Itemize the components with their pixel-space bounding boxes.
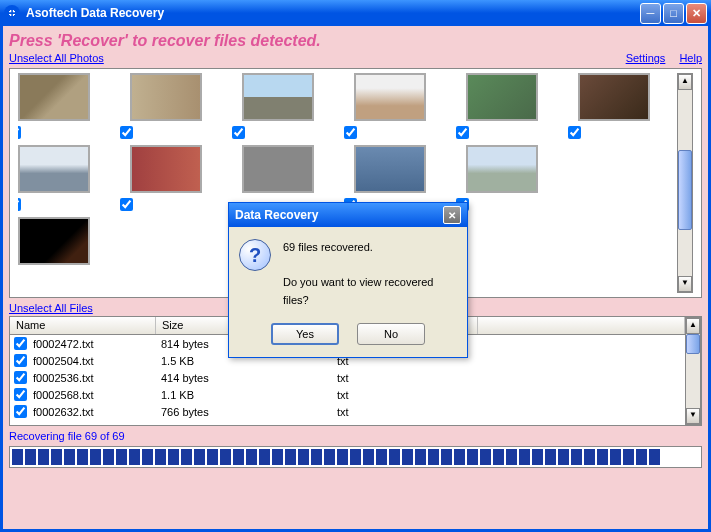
file-ext: txt [335,406,481,418]
file-checkbox[interactable] [14,337,27,350]
progress-segment [454,449,465,465]
progress-segment [168,449,179,465]
photo-item[interactable] [242,145,314,193]
scroll-thumb[interactable] [686,334,700,354]
photo-item[interactable] [466,73,538,121]
photo-scrollbar[interactable]: ▲ ▼ [677,73,693,293]
file-name: f0002472.txt [31,338,159,350]
dialog-close-button[interactable]: ✕ [443,206,461,224]
table-row[interactable]: f0002568.txt 1.1 KB txt [10,386,685,403]
scroll-down-icon[interactable]: ▼ [686,408,700,424]
file-checkbox[interactable] [14,405,27,418]
progress-segment [12,449,23,465]
progress-segment [402,449,413,465]
titlebar: + Asoftech Data Recovery ─ □ ✕ [0,0,711,26]
progress-segment [181,449,192,465]
file-name: f0002536.txt [31,372,159,384]
progress-segment [532,449,543,465]
progress-segment [77,449,88,465]
file-name: f0002568.txt [31,389,159,401]
file-checkbox[interactable] [14,354,27,367]
instruction-text: Press 'Recover' to recover files detecte… [9,32,702,50]
progress-segment [376,449,387,465]
progress-segment [38,449,49,465]
progress-segment [415,449,426,465]
progress-segment [259,449,270,465]
progress-segment [545,449,556,465]
photo-checkbox[interactable] [456,126,469,139]
progress-segment [324,449,335,465]
photo-checkbox[interactable] [18,126,21,139]
table-row[interactable]: f0002536.txt 414 bytes txt [10,369,685,386]
photo-checkbox[interactable] [232,126,245,139]
close-button[interactable]: ✕ [686,3,707,24]
yes-button[interactable]: Yes [271,323,339,345]
file-name: f0002504.txt [31,355,159,367]
progress-segment [610,449,621,465]
file-checkbox[interactable] [14,388,27,401]
scroll-up-icon[interactable]: ▲ [686,318,700,334]
progress-segment [220,449,231,465]
file-ext: txt [335,389,481,401]
progress-segment [64,449,75,465]
progress-segment [623,449,634,465]
photo-item[interactable] [466,145,538,193]
photo-item[interactable] [18,73,90,121]
minimize-button[interactable]: ─ [640,3,661,24]
progress-segment [519,449,530,465]
photo-item[interactable] [18,145,90,193]
progress-segment [389,449,400,465]
col-header-name[interactable]: Name [10,317,156,334]
photo-item[interactable] [130,73,202,121]
progress-segment [51,449,62,465]
photo-item[interactable] [578,73,650,121]
progress-segment [636,449,647,465]
progress-segment [311,449,322,465]
photo-item[interactable] [242,73,314,121]
progress-segment [363,449,374,465]
progress-segment [350,449,361,465]
dialog-message: 69 files recovered. Do you want to view … [283,239,457,309]
file-size: 766 bytes [159,406,335,418]
photo-item[interactable] [354,145,426,193]
file-size: 1.1 KB [159,389,335,401]
unselect-files-link[interactable]: Unselect All Files [9,302,93,314]
progress-segment [233,449,244,465]
scroll-up-icon[interactable]: ▲ [678,74,692,90]
photo-checkbox[interactable] [568,126,581,139]
progress-segment [129,449,140,465]
maximize-button[interactable]: □ [663,3,684,24]
file-scrollbar[interactable]: ▲ ▼ [685,317,701,425]
settings-link[interactable]: Settings [626,52,666,64]
progress-segment [506,449,517,465]
progress-segment [441,449,452,465]
photo-checkbox[interactable] [18,198,21,211]
window-title: Asoftech Data Recovery [26,6,638,20]
progress-segment [25,449,36,465]
table-row[interactable]: f0002632.txt 766 bytes txt [10,403,685,420]
file-checkbox[interactable] [14,371,27,384]
progress-segment [467,449,478,465]
photo-item[interactable] [18,217,90,265]
photo-checkbox[interactable] [120,126,133,139]
dialog-line2: Do you want to view recovered files? [283,274,457,309]
no-button[interactable]: No [357,323,425,345]
main-frame: Press 'Recover' to recover files detecte… [0,26,711,532]
progress-segment [558,449,569,465]
scroll-down-icon[interactable]: ▼ [678,276,692,292]
progress-bar [9,446,702,468]
photo-checkbox[interactable] [120,198,133,211]
dialog-titlebar[interactable]: Data Recovery ✕ [229,203,467,227]
progress-segment [103,449,114,465]
dialog-line1: 69 files recovered. [283,239,457,257]
photo-item[interactable] [354,73,426,121]
unselect-photos-link[interactable]: Unselect All Photos [9,52,104,64]
help-link[interactable]: Help [679,52,702,64]
scroll-thumb[interactable] [678,150,692,230]
progress-segment [272,449,283,465]
photo-item[interactable] [130,145,202,193]
photo-checkbox[interactable] [344,126,357,139]
dialog-title: Data Recovery [235,208,443,222]
progress-segment [337,449,348,465]
progress-segment [142,449,153,465]
